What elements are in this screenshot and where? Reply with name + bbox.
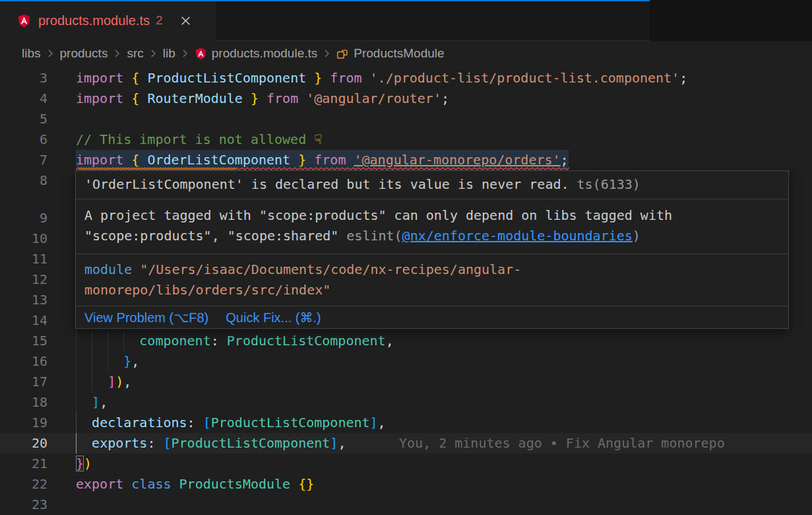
- breadcrumb-item-file[interactable]: products.module.ts: [212, 46, 318, 61]
- code-token: ]: [108, 374, 115, 390]
- code-line[interactable]: 15 component: ProductListComponent,: [0, 331, 812, 351]
- tab-products-module[interactable]: products.module.ts 2: [0, 0, 216, 41]
- code-token: ,: [100, 394, 108, 410]
- code-token: ,: [378, 415, 386, 430]
- line-number[interactable]: 12: [0, 269, 47, 290]
- breadcrumb-item-libs[interactable]: libs: [22, 46, 41, 61]
- close-tab-icon[interactable]: [177, 12, 195, 29]
- line-number[interactable]: 13: [0, 290, 47, 310]
- code-token: :: [211, 333, 227, 349]
- hover-eslint-line2: "scope:products", "scope:shared"eslint(@…: [84, 226, 788, 246]
- code-line[interactable]: 17 ]),: [0, 372, 812, 392]
- code-token: class: [131, 476, 179, 492]
- code-token: }: [243, 90, 266, 106]
- code-line-content: component: ProductListComponent,: [76, 331, 394, 351]
- code-line-content: export class ProductsModule {}: [76, 474, 314, 495]
- diagnostic-hover-popup: 'OrderListComponent' is declared but its…: [75, 170, 789, 329]
- chevron-right-icon: [150, 48, 157, 59]
- line-number[interactable]: 10: [0, 228, 47, 249]
- code-line[interactable]: 21}): [0, 454, 812, 474]
- line-number[interactable]: 15: [0, 331, 47, 351]
- code-line[interactable]: 18 ],: [0, 392, 812, 413]
- code-token: ,: [386, 333, 394, 349]
- line-number[interactable]: 9: [0, 208, 47, 228]
- code-token: ]: [370, 415, 378, 430]
- code-token: }: [123, 353, 131, 369]
- quick-fix-action[interactable]: Quick Fix... (⌘.): [226, 310, 321, 325]
- line-number[interactable]: 7: [0, 150, 47, 170]
- line-number[interactable]: 22: [0, 474, 47, 495]
- line-number[interactable]: 17: [0, 372, 47, 392]
- angular-file-icon: [17, 14, 31, 28]
- code-token: ProductListComponent: [147, 70, 306, 86]
- class-symbol-icon: [336, 48, 349, 60]
- line-number[interactable]: 5: [0, 109, 47, 129]
- line-number[interactable]: 23: [0, 495, 47, 515]
- line-number[interactable]: 6: [0, 129, 47, 150]
- breadcrumb-item-lib[interactable]: lib: [163, 46, 175, 61]
- code-token: // This import is not allowed: [76, 131, 314, 147]
- eslint-rule-link[interactable]: @nx/enforce-module-boundaries: [402, 228, 633, 244]
- line-number[interactable]: 11: [0, 249, 47, 269]
- code-token: :: [187, 415, 203, 430]
- active-tab-accent: [0, 0, 650, 1]
- code-token: export: [76, 476, 131, 492]
- code-token: {: [131, 90, 147, 106]
- code-line[interactable]: 4import { RouterModule } from '@angular/…: [0, 88, 812, 109]
- line-number[interactable]: 21: [0, 454, 47, 474]
- code-line[interactable]: 22export class ProductsModule {}: [0, 474, 812, 495]
- code-token: ): [84, 456, 92, 471]
- code-line[interactable]: 5: [0, 109, 812, 129]
- hover-eslint-message-tail: "scope:products", "scope:shared": [84, 228, 338, 244]
- angular-file-icon: [195, 48, 207, 60]
- line-number[interactable]: 14: [0, 310, 47, 331]
- code-token: }: [76, 456, 84, 471]
- code-token: [: [203, 415, 211, 430]
- code-line[interactable]: 3import { ProductListComponent } from '.…: [0, 68, 812, 88]
- hover-ts-code: ts(6133): [577, 176, 640, 192]
- code-line[interactable]: 16 },: [0, 351, 812, 372]
- hover-module-info: module"/Users/isaac/Documents/code/nx-re…: [76, 254, 788, 306]
- code-token: [76, 333, 139, 349]
- code-token: ,: [131, 353, 139, 369]
- code-token: }: [306, 70, 330, 86]
- code-token: [76, 394, 92, 410]
- code-line[interactable]: 23: [0, 495, 812, 515]
- code-token: :: [147, 435, 163, 451]
- breadcrumb-item-symbol[interactable]: ProductsModule: [354, 46, 444, 61]
- vscode-window: 3import { ProductListComponent } from '.…: [0, 0, 812, 515]
- line-number[interactable]: 20: [0, 433, 47, 454]
- code-line-content: import { RouterModule } from '@angular/r…: [76, 88, 449, 109]
- line-number[interactable]: 3: [0, 68, 47, 88]
- code-line-content: declarations: [ProductListComponent],: [76, 413, 386, 433]
- hover-ts-diagnostic: 'OrderListComponent' is declared but its…: [76, 171, 788, 199]
- code-token: '@angular/router': [306, 90, 441, 106]
- view-problem-action[interactable]: View Problem (⌥F8): [84, 310, 208, 325]
- line-number[interactable]: 4: [0, 88, 47, 109]
- code-line[interactable]: 20 exports: [ProductListComponent],You, …: [0, 433, 812, 454]
- code-token: component: [139, 333, 210, 349]
- breadcrumb-item-products[interactable]: products: [60, 46, 108, 61]
- code-line[interactable]: 7import { OrderListComponent } from '@an…: [0, 150, 812, 170]
- line-number[interactable]: 19: [0, 413, 47, 433]
- breadcrumb-item-src[interactable]: src: [127, 46, 143, 61]
- code-line[interactable]: 6// This import is not allowed ☟: [0, 129, 812, 150]
- hover-eslint-source-suffix: ): [633, 228, 640, 244]
- code-token: ,: [338, 435, 346, 451]
- hover-actions-bar: View Problem (⌥F8)Quick Fix... (⌘.): [76, 306, 788, 328]
- code-token: {}: [298, 476, 314, 492]
- line-number[interactable]: 16: [0, 351, 47, 372]
- code-line[interactable]: 19 declarations: [ProductListComponent],: [0, 413, 812, 433]
- line-number[interactable]: 18: [0, 392, 47, 413]
- code-token: [76, 435, 92, 451]
- code-token: ;: [679, 70, 687, 86]
- line-number[interactable]: 8: [0, 170, 47, 191]
- module-path-line2: monorepo/libs/orders/src/index": [84, 282, 330, 298]
- code-token: import: [76, 90, 131, 106]
- tab-title: products.module.ts: [38, 13, 150, 28]
- code-token: './product-list/product-list.component': [370, 70, 680, 86]
- chevron-right-icon: [113, 48, 121, 59]
- code-token: [76, 353, 123, 369]
- breadcrumb: libs products src lib products.module.ts…: [0, 41, 812, 66]
- code-token: ProductsModule: [179, 476, 291, 492]
